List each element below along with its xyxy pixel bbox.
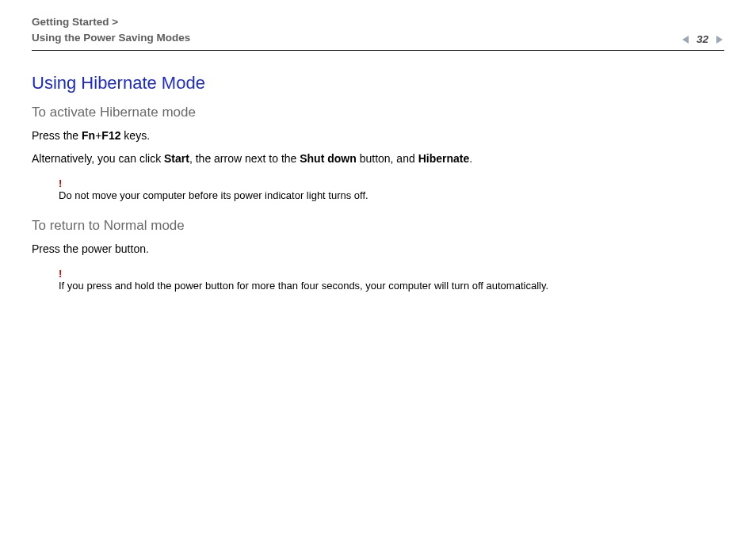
page-number: 32 (697, 33, 708, 45)
svg-marker-1 (716, 36, 723, 44)
warning-icon: ! (59, 269, 724, 279)
warning-text: Do not move your computer before its pow… (59, 189, 724, 204)
text-fragment: keys. (120, 129, 150, 142)
breadcrumb-line-1: Getting Started > (32, 14, 190, 30)
text-fragment: Alternatively, you can click (32, 152, 164, 165)
bold-shutdown: Shut down (300, 152, 357, 165)
text-fragment: , the arrow next to the (189, 152, 300, 165)
pager: 32 (681, 33, 724, 45)
bold-start: Start (164, 152, 189, 165)
text-fragment: . (469, 152, 472, 165)
bold-hibernate: Hibernate (418, 152, 470, 165)
warning-note-1: ! Do not move your computer before its p… (59, 178, 724, 204)
key-fn: Fn (82, 129, 95, 142)
warning-text: If you press and hold the power button f… (59, 279, 724, 294)
section-heading-activate: To activate Hibernate mode (32, 105, 724, 120)
instruction-line-1: Press the Fn+F12 keys. (32, 127, 724, 144)
key-f12: F12 (101, 129, 120, 142)
page-title: Using Hibernate Mode (32, 73, 724, 93)
instruction-line-3: Press the power button. (32, 240, 724, 257)
svg-marker-0 (682, 36, 689, 44)
text-fragment: button, and (357, 152, 418, 165)
page-header: Getting Started > Using the Power Saving… (32, 14, 724, 51)
page-container: Getting Started > Using the Power Saving… (0, 0, 756, 294)
section-heading-return: To return to Normal mode (32, 218, 724, 234)
breadcrumb: Getting Started > Using the Power Saving… (32, 14, 190, 45)
content-area: Using Hibernate Mode To activate Hiberna… (32, 51, 724, 294)
pager-prev-icon[interactable] (681, 34, 692, 45)
text-fragment: Press the (32, 129, 82, 142)
breadcrumb-line-2: Using the Power Saving Modes (32, 30, 190, 46)
pager-next-icon[interactable] (713, 34, 724, 45)
warning-note-2: ! If you press and hold the power button… (59, 269, 724, 294)
instruction-line-2: Alternatively, you can click Start, the … (32, 150, 724, 167)
warning-icon: ! (59, 178, 724, 189)
